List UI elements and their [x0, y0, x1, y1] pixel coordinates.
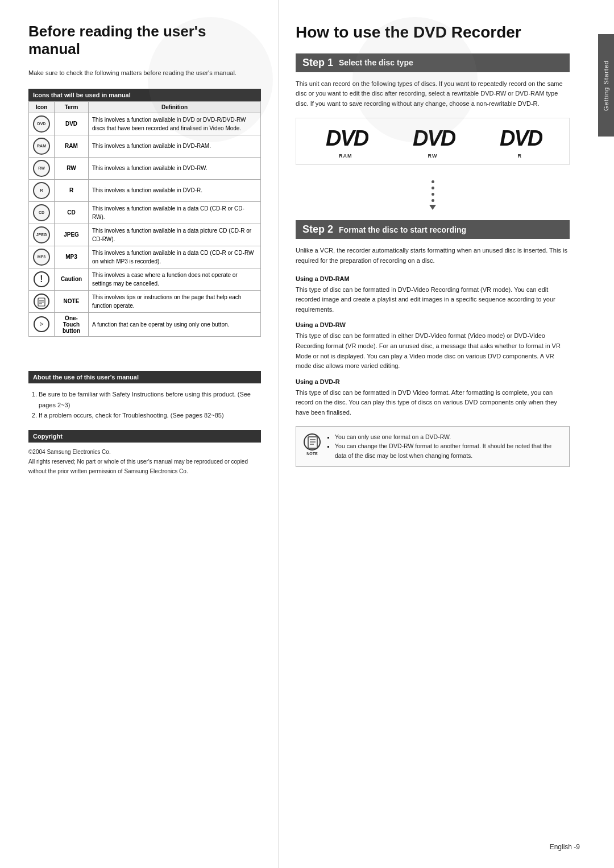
note-box: NOTE You can only use one format on a DV… — [296, 426, 570, 467]
icon-cell: JPEG — [29, 224, 55, 246]
def-cell: This involves a function available in a … — [89, 246, 261, 268]
copyright-text: ©2004 Samsung Electronics Co.All rights … — [28, 447, 261, 476]
table-row: NOTE This involves tips or instructions … — [29, 290, 261, 312]
note-content: You can only use one format on a DVD-RW.… — [327, 432, 562, 461]
section-heading: Using a DVD-RAM — [296, 275, 570, 282]
term-cell: MP3 — [55, 246, 89, 268]
note-label: NOTE — [306, 452, 317, 456]
term-cell: NOTE — [55, 290, 89, 312]
note-list-item: You can only use one format on a DVD-RW. — [335, 432, 562, 442]
dot4 — [432, 199, 434, 202]
def-cell: This involves a function available in a … — [89, 201, 261, 224]
svg-text:DVD: DVD — [500, 126, 542, 150]
def-cell: A function that can be operat by using o… — [89, 312, 261, 336]
step2-section: Using a DVD-RW This type of disc can be … — [296, 321, 570, 371]
svg-text:DVD: DVD — [326, 126, 368, 150]
watermark-right — [352, 17, 478, 142]
def-cell: This involves a function available in DV… — [89, 135, 261, 157]
def-cell: This involves a function available in DV… — [89, 157, 261, 179]
about-list: Be sure to be familiar with Safety Instr… — [28, 389, 261, 421]
step2-number: Step 2 — [302, 224, 333, 235]
col-term: Term — [55, 101, 89, 113]
note-icon — [304, 433, 321, 450]
icon-cell: MP3 — [29, 246, 55, 268]
term-cell: RAM — [55, 135, 89, 157]
side-tab: Getting Started — [598, 34, 614, 137]
about-header: About the use of this user's manual — [28, 371, 261, 383]
svg-rect-7 — [308, 437, 317, 448]
dvd-ram-label: RAM — [339, 153, 352, 159]
about-list-item: If a problem occurs, check for Troublesh… — [39, 410, 261, 421]
dot2 — [432, 187, 434, 189]
table-row: RW RW This involves a function available… — [29, 157, 261, 179]
copyright-header: Copyright — [28, 430, 261, 443]
step2-sections: Using a DVD-RAM This type of disc can be… — [296, 275, 570, 418]
dotted-arrow — [296, 179, 570, 210]
about-list-item: Be sure to be familiar with Safety Instr… — [39, 389, 261, 410]
icon-cell: CD — [29, 201, 55, 224]
about-section: About the use of this user's manual Be s… — [28, 371, 261, 421]
icon-cell: ▷ — [29, 312, 55, 336]
copyright-section: Copyright ©2004 Samsung Electronics Co.A… — [28, 430, 261, 476]
step2-label: Format the disc to start recording — [339, 225, 466, 234]
step2-section: Using a DVD-R This type of disc can be f… — [296, 378, 570, 418]
dvd-r-label: R — [518, 153, 522, 159]
icon-cell: RAM — [29, 135, 55, 157]
step2-description: Unlike a VCR, the recorder automatically… — [296, 246, 570, 266]
dot1 — [432, 180, 434, 183]
term-cell: Caution — [55, 268, 89, 290]
dot3 — [432, 193, 434, 196]
def-cell: This involves a function available in DV… — [89, 179, 261, 201]
table-row: MP3 MP3 This involves a function availab… — [29, 246, 261, 268]
section-heading: Using a DVD-R — [296, 378, 570, 385]
table-row: CD CD This involves a function available… — [29, 201, 261, 224]
table-row: ! Caution This involves a case where a f… — [29, 268, 261, 290]
table-row: R R This involves a function available i… — [29, 179, 261, 201]
term-cell: R — [55, 179, 89, 201]
def-cell: This involves tips or instructions on th… — [89, 290, 261, 312]
term-cell: JPEG — [55, 224, 89, 246]
icon-cell: RW — [29, 157, 55, 179]
icon-cell: R — [29, 179, 55, 201]
page-container: Getting Started Before reading the user'… — [0, 0, 614, 868]
step2-box: Step 2 Format the disc to start recordin… — [296, 220, 570, 239]
table-row: JPEG JPEG This involves a function avail… — [29, 224, 261, 246]
term-cell: CD — [55, 201, 89, 224]
note-list-item: You can change the DVD-RW format to anot… — [335, 441, 562, 461]
section-heading: Using a DVD-RW — [296, 321, 570, 328]
icon-cell: DVD — [29, 113, 55, 135]
term-cell: RW — [55, 157, 89, 179]
section-text: This type of disc can be formatted in ei… — [296, 331, 570, 371]
term-cell: DVD — [55, 113, 89, 135]
icon-cell: ! — [29, 268, 55, 290]
dvd-ram-logo: DVD RAM — [323, 124, 368, 159]
step1-number: Step 1 — [302, 57, 333, 69]
note-list: You can only use one format on a DVD-RW.… — [327, 432, 562, 461]
def-cell: This involves a function available in a … — [89, 224, 261, 246]
note-icon-cell: NOTE — [303, 432, 321, 456]
page-footer: English -9 — [550, 843, 580, 851]
watermark-left — [148, 17, 273, 142]
section-text: This type of disc can be formatted in DV… — [296, 285, 570, 315]
term-cell: One-Touch button — [55, 312, 89, 336]
icon-cell — [29, 290, 55, 312]
dvd-r-logo: DVD R — [497, 124, 542, 159]
dvd-rw-label: RW — [428, 153, 438, 159]
def-cell: This involves a case where a function do… — [89, 268, 261, 290]
arrow-down — [429, 205, 436, 210]
step2-section: Using a DVD-RAM This type of disc can be… — [296, 275, 570, 315]
col-icon: Icon — [29, 101, 55, 113]
side-tab-label: Getting Started — [603, 60, 609, 111]
section-text: This type of disc can be formatted in DV… — [296, 388, 570, 418]
table-row: ▷ One-Touch button A function that can b… — [29, 312, 261, 336]
